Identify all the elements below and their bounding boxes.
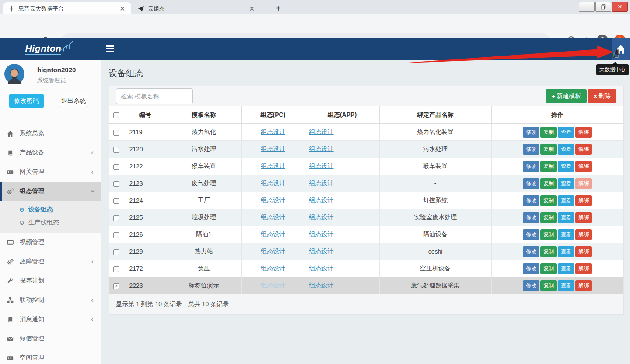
view-button[interactable]: 查看	[558, 127, 574, 138]
unbind-button[interactable]: 解绑	[575, 127, 592, 138]
column-header[interactable]: 操作	[491, 106, 623, 124]
edit-button[interactable]: 修改	[523, 161, 539, 172]
unbind-button[interactable]: 解绑	[575, 246, 592, 257]
unbind-button[interactable]: 解绑	[575, 144, 592, 155]
row-checkbox[interactable]	[113, 164, 119, 170]
copy-button[interactable]: 复制	[540, 280, 557, 291]
pc-config-link[interactable]: 组态设计	[261, 231, 285, 238]
column-header[interactable]: 编号	[124, 106, 167, 124]
view-button[interactable]: 查看	[558, 246, 574, 257]
restore-button[interactable]	[595, 2, 611, 12]
view-button[interactable]: 查看	[558, 144, 574, 155]
row-checkbox[interactable]	[113, 198, 119, 204]
tab-close-icon[interactable]: ✕	[247, 5, 256, 13]
copy-button[interactable]: 复制	[540, 161, 557, 172]
sidebar-subitem[interactable]: ⊙生产线组态	[0, 216, 101, 229]
view-button[interactable]: 查看	[558, 212, 574, 223]
unbind-button[interactable]: 解绑	[575, 280, 592, 291]
edit-button[interactable]: 修改	[523, 127, 539, 138]
unbind-button[interactable]: 解绑	[575, 263, 592, 274]
new-tab-button[interactable]: +	[272, 2, 284, 14]
row-checkbox[interactable]	[113, 232, 119, 238]
edit-button[interactable]: 修改	[523, 212, 539, 223]
sidebar-item[interactable]: 产品设备‹	[0, 143, 101, 162]
app-config-link[interactable]: 组态设计	[309, 282, 334, 289]
tab-close-icon[interactable]: ✕	[118, 5, 127, 13]
row-checkbox[interactable]	[113, 147, 119, 153]
edit-button[interactable]: 修改	[523, 178, 539, 189]
view-button[interactable]: 查看	[558, 178, 574, 189]
pc-config-link[interactable]: 组态设计	[261, 282, 285, 289]
row-checkbox[interactable]: ✓	[113, 284, 119, 289]
browser-tab-inactive[interactable]: 云组态 ✕	[133, 2, 261, 15]
pc-config-link[interactable]: 组态设计	[261, 179, 285, 186]
pc-config-link[interactable]: 组态设计	[261, 128, 285, 135]
column-header[interactable]: 组态(PC)	[241, 106, 305, 124]
edit-button[interactable]: 修改	[523, 229, 539, 240]
view-button[interactable]: 查看	[558, 195, 574, 206]
view-button[interactable]: 查看	[558, 280, 574, 291]
row-checkbox[interactable]	[113, 215, 119, 221]
unbind-button[interactable]: 解绑	[575, 229, 592, 240]
copy-button[interactable]: 复制	[540, 246, 557, 257]
row-checkbox[interactable]	[113, 266, 119, 272]
pc-config-link[interactable]: 组态设计	[261, 196, 285, 203]
copy-button[interactable]: 复制	[540, 127, 557, 138]
edit-button[interactable]: 修改	[523, 195, 539, 206]
sidebar-item[interactable]: 故障管理‹	[0, 252, 101, 271]
unbind-button[interactable]: 解绑	[575, 195, 592, 206]
hignton-logo[interactable]: Hignton	[0, 38, 101, 60]
copy-button[interactable]: 复制	[540, 212, 557, 223]
column-header[interactable]: 模板名称	[167, 106, 241, 124]
hamburger-menu-icon[interactable]	[106, 46, 114, 53]
row-checkbox[interactable]	[113, 181, 119, 187]
change-password-button[interactable]: 修改密码	[9, 94, 44, 108]
copy-button[interactable]: 复制	[540, 178, 557, 189]
app-config-link[interactable]: 组态设计	[309, 145, 334, 152]
minimize-button[interactable]: —	[579, 2, 595, 12]
column-header[interactable]: 绑定产品名称	[379, 106, 491, 124]
pc-config-link[interactable]: 组态设计	[261, 265, 285, 272]
pc-config-link[interactable]: 组态设计	[261, 145, 285, 152]
sidebar-item[interactable]: 消息通知‹	[0, 310, 101, 329]
edit-button[interactable]: 修改	[523, 263, 539, 274]
copy-button[interactable]: 复制	[540, 195, 557, 206]
sidebar-item[interactable]: 网关管理‹	[0, 162, 101, 182]
column-header[interactable]: 组态(APP)	[305, 106, 379, 124]
sidebar-item[interactable]: 组态管理‹	[0, 182, 101, 201]
unbind-button[interactable]: 解绑	[575, 212, 592, 223]
user-avatar[interactable]	[4, 64, 24, 84]
edit-button[interactable]: 修改	[523, 280, 539, 291]
pc-config-link[interactable]: 组态设计	[261, 248, 285, 255]
sidebar-subitem[interactable]: ⊙设备组态	[0, 203, 101, 216]
app-config-link[interactable]: 组态设计	[309, 265, 334, 272]
delete-button[interactable]: ×删除	[588, 89, 616, 103]
app-config-link[interactable]: 组态设计	[309, 162, 334, 169]
view-button[interactable]: 查看	[558, 263, 574, 274]
app-config-link[interactable]: 组态设计	[309, 214, 334, 220]
app-config-link[interactable]: 组态设计	[309, 179, 334, 186]
view-button[interactable]: 查看	[558, 161, 574, 172]
view-button[interactable]: 查看	[558, 229, 574, 240]
logout-button[interactable]: 退出系统	[59, 94, 88, 107]
edit-button[interactable]: 修改	[523, 144, 539, 155]
select-all-checkbox[interactable]	[113, 112, 119, 118]
sidebar-item[interactable]: 视频管理	[0, 233, 101, 252]
sidebar-item[interactable]: 联动控制‹	[0, 290, 101, 310]
app-config-link[interactable]: 组态设计	[309, 196, 334, 203]
browser-tab-active[interactable]: 思普云大数据平台 ✕	[4, 2, 131, 15]
row-checkbox[interactable]	[113, 249, 119, 255]
sidebar-item[interactable]: 系统总览	[0, 124, 101, 143]
pc-config-link[interactable]: 组态设计	[261, 214, 285, 220]
app-config-link[interactable]: 组态设计	[309, 248, 334, 255]
row-checkbox[interactable]	[113, 130, 119, 136]
search-input[interactable]	[116, 88, 193, 104]
copy-button[interactable]: 复制	[540, 229, 557, 240]
sidebar-item[interactable]: 空间管理	[0, 348, 101, 364]
app-config-link[interactable]: 组态设计	[309, 231, 334, 238]
sidebar-item[interactable]: 短信管理	[0, 329, 101, 348]
copy-button[interactable]: 复制	[540, 144, 557, 155]
close-button[interactable]: ✕	[612, 2, 628, 12]
sidebar-item[interactable]: 保养计划	[0, 271, 101, 290]
unbind-button[interactable]: 解绑	[575, 161, 592, 172]
